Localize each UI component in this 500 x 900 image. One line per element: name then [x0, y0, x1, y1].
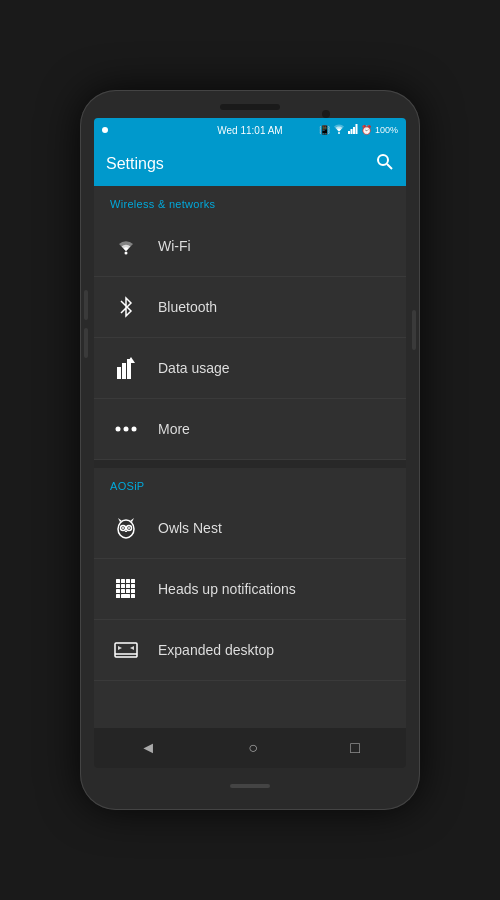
status-right: 📳: [319, 124, 398, 136]
svg-point-0: [338, 132, 340, 134]
data-usage-label: Data usage: [158, 360, 230, 376]
volume-down-button[interactable]: [84, 328, 88, 358]
status-time: Wed 11:01 AM: [217, 125, 282, 136]
svg-point-12: [116, 427, 121, 432]
data-usage-icon: [110, 352, 142, 384]
back-button[interactable]: ◄: [124, 731, 172, 765]
svg-rect-3: [353, 127, 355, 134]
wifi-label: Wi-Fi: [158, 238, 191, 254]
svg-rect-9: [122, 363, 126, 379]
svg-rect-36: [121, 594, 130, 598]
settings-content: Wireless & networks Wi-Fi: [94, 186, 406, 728]
svg-rect-34: [131, 589, 135, 593]
svg-rect-8: [117, 367, 121, 379]
signal-icon: [348, 124, 358, 136]
more-label: More: [158, 421, 190, 437]
search-button[interactable]: [376, 153, 394, 176]
alarm-icon: ⏰: [361, 125, 372, 135]
nav-bar: ◄ ○ □: [94, 728, 406, 768]
svg-rect-31: [116, 589, 120, 593]
svg-rect-4: [355, 124, 357, 134]
more-icon: [110, 413, 142, 445]
section-divider: [94, 460, 406, 468]
toolbar-title: Settings: [106, 155, 164, 173]
heads-up-label: Heads up notifications: [158, 581, 296, 597]
svg-point-7: [125, 252, 128, 255]
expanded-desktop-icon: [110, 634, 142, 666]
expanded-desktop-label: Expanded desktop: [158, 642, 274, 658]
notification-dot: [102, 127, 108, 133]
owls-nest-item[interactable]: Owls Nest: [94, 498, 406, 559]
svg-rect-29: [126, 584, 130, 588]
phone-frame: Wed 11:01 AM 📳: [80, 90, 420, 810]
wifi-icon: [110, 230, 142, 262]
aosip-section-header: AOSiP: [94, 468, 406, 498]
status-bar: Wed 11:01 AM 📳: [94, 118, 406, 142]
svg-rect-33: [126, 589, 130, 593]
svg-rect-27: [116, 584, 120, 588]
data-usage-item[interactable]: Data usage: [94, 338, 406, 399]
toolbar: Settings: [94, 142, 406, 186]
svg-rect-38: [115, 643, 137, 657]
svg-rect-23: [116, 579, 120, 583]
svg-point-20: [122, 527, 124, 529]
wifi-item[interactable]: Wi-Fi: [94, 216, 406, 277]
wireless-section-header: Wireless & networks: [94, 186, 406, 216]
status-left: [102, 127, 108, 133]
svg-rect-25: [126, 579, 130, 583]
svg-rect-1: [348, 131, 350, 134]
svg-point-13: [124, 427, 129, 432]
expanded-desktop-item[interactable]: Expanded desktop: [94, 620, 406, 681]
more-item[interactable]: More: [94, 399, 406, 460]
owls-nest-label: Owls Nest: [158, 520, 222, 536]
recents-button[interactable]: □: [334, 731, 376, 765]
phone-bottom: [230, 776, 270, 796]
svg-rect-30: [131, 584, 135, 588]
heads-up-icon: [110, 573, 142, 605]
camera: [322, 110, 330, 118]
svg-point-21: [128, 527, 130, 529]
home-bar: [230, 784, 270, 788]
svg-rect-26: [131, 579, 135, 583]
heads-up-item[interactable]: Heads up notifications: [94, 559, 406, 620]
phone-screen: Wed 11:01 AM 📳: [94, 118, 406, 768]
svg-point-5: [378, 155, 388, 165]
speaker: [220, 104, 280, 110]
power-button[interactable]: [412, 310, 416, 350]
bluetooth-item[interactable]: Bluetooth: [94, 277, 406, 338]
svg-rect-37: [131, 594, 135, 598]
svg-rect-32: [121, 589, 125, 593]
svg-rect-28: [121, 584, 125, 588]
owl-icon: [110, 512, 142, 544]
wifi-status-icon: [333, 124, 345, 136]
svg-marker-41: [130, 646, 134, 650]
svg-line-6: [387, 164, 392, 169]
svg-marker-40: [118, 646, 122, 650]
svg-point-14: [132, 427, 137, 432]
svg-rect-35: [116, 594, 120, 598]
svg-rect-2: [350, 129, 352, 134]
bluetooth-icon: [110, 291, 142, 323]
bluetooth-label: Bluetooth: [158, 299, 217, 315]
home-button[interactable]: ○: [232, 731, 274, 765]
vibrate-icon: 📳: [319, 125, 330, 135]
battery-text: 100%: [375, 125, 398, 135]
volume-up-button[interactable]: [84, 290, 88, 320]
svg-rect-24: [121, 579, 125, 583]
